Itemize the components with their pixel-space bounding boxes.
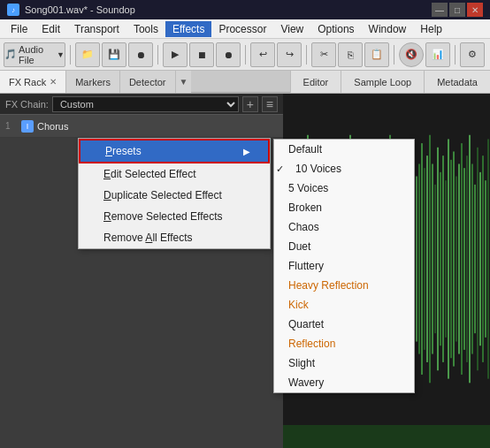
save-button[interactable]: 💾	[102, 42, 126, 67]
ctx-edit-selected[interactable]: Edit Selected Effect	[79, 163, 270, 185]
svg-rect-71	[469, 135, 471, 383]
paste-button[interactable]: 📋	[364, 42, 389, 67]
svg-rect-77	[485, 180, 486, 338]
minimize-button[interactable]: —	[432, 3, 448, 17]
menu-transport[interactable]: Transport	[67, 21, 126, 37]
submenu-item-label: Wavery	[288, 376, 324, 389]
submenu-chaos[interactable]: Chaos	[274, 217, 414, 237]
tab-editor[interactable]: Editor	[290, 71, 341, 93]
ctx-presets-label: Presets	[105, 145, 142, 157]
ctx-duplicate-label: Duplicate Selected Effect	[103, 189, 222, 201]
settings-button[interactable]: ⚙	[460, 42, 485, 67]
submenu-broken[interactable]: Broken	[274, 198, 414, 217]
svg-rect-65	[453, 151, 455, 366]
menu-help[interactable]: Help	[413, 21, 449, 37]
record-button[interactable]: ⏺	[216, 42, 241, 67]
menu-edit[interactable]: Edit	[34, 21, 67, 37]
svg-rect-52	[418, 163, 420, 353]
redo-button[interactable]: ↪	[277, 42, 302, 67]
menu-effects[interactable]: Effects	[165, 21, 211, 37]
spectrum-button[interactable]: 📊	[425, 42, 450, 67]
ctx-edit-label: Edit Selected Effect	[103, 168, 196, 180]
fx-chain-add-button[interactable]: +	[242, 96, 258, 112]
submenu-default[interactable]: Default	[274, 140, 414, 159]
svg-rect-60	[440, 172, 441, 345]
svg-rect-54	[424, 168, 425, 350]
fx-chain-menu-button[interactable]: ≡	[262, 96, 278, 112]
menu-processor[interactable]: Processor	[211, 21, 273, 37]
copy-button[interactable]: ⎘	[338, 42, 363, 67]
submenu-slight[interactable]: Slight	[274, 353, 414, 373]
submenu-10voices[interactable]: 10 Voices	[274, 159, 414, 178]
undo-button[interactable]: ↩	[250, 42, 275, 67]
tab-metadata[interactable]: Metadata	[424, 71, 490, 93]
window-controls[interactable]: — □ ✕	[432, 3, 483, 17]
submenu-item-label: Reflection	[288, 338, 335, 350]
submenu-item-label: 10 Voices	[295, 163, 341, 175]
ctx-remove-all-label: Remove All Effects	[103, 232, 193, 244]
submenu-item-label: Heavy Reflection	[288, 279, 369, 292]
svg-rect-72	[471, 163, 473, 353]
menu-tools[interactable]: Tools	[126, 21, 165, 37]
submenu-5voices[interactable]: 5 Voices	[274, 178, 414, 198]
submenu-kick[interactable]: Kick	[274, 295, 414, 315]
svg-rect-73	[474, 185, 476, 333]
svg-rect-59	[437, 148, 439, 370]
mute-button[interactable]: 🔇	[399, 42, 424, 67]
effect-number: 1	[5, 121, 18, 131]
left-panel: FX Chain: Custom + ≡ 1 I Chorus Presets …	[0, 94, 283, 448]
stop-button[interactable]: ⏹	[189, 42, 214, 67]
left-tabs: FX Rack ✕ Markers Detector ▼	[0, 71, 191, 93]
fx-chain-select[interactable]: Custom	[52, 96, 239, 112]
effect-toggle[interactable]: I	[21, 120, 34, 133]
menu-window[interactable]: Window	[362, 21, 414, 37]
svg-rect-64	[450, 160, 452, 358]
toolbar-separator-2	[157, 45, 158, 65]
ctx-duplicate[interactable]: Duplicate Selected Effect	[79, 185, 270, 206]
svg-rect-63	[448, 139, 449, 378]
submenu-item-label: Duet	[288, 240, 310, 253]
tab-dropdown[interactable]: ▼	[176, 71, 192, 93]
submenu-duet[interactable]: Duet	[274, 237, 414, 256]
toolbar-separator-6	[455, 45, 456, 65]
tab-fx-rack[interactable]: FX Rack ✕	[0, 71, 66, 93]
ctx-remove-selected[interactable]: Remove Selected Effects	[79, 206, 270, 227]
tab-sample-loop[interactable]: Sample Loop	[341, 71, 424, 93]
open-button[interactable]: 📁	[75, 42, 100, 67]
svg-rect-75	[479, 172, 481, 345]
submenu-item-label: Broken	[288, 201, 322, 214]
submenu-quartet[interactable]: Quartet	[274, 315, 414, 334]
submenu-item-label: Chaos	[288, 221, 319, 233]
submenu: Default 10 Voices 5 Voices Broken Chaos	[273, 139, 415, 393]
burn-button[interactable]: ⏺	[128, 42, 153, 67]
ctx-presets[interactable]: Presets ▶ Default 10 Voices 5 Voices Bro…	[79, 139, 270, 163]
submenu-heavy-reflection[interactable]: Heavy Reflection	[274, 276, 414, 295]
ctx-remove-all[interactable]: Remove All Effects	[79, 227, 270, 248]
close-button[interactable]: ✕	[467, 3, 483, 17]
submenu-fluttery[interactable]: Fluttery	[274, 256, 414, 276]
menu-file[interactable]: File	[4, 21, 34, 37]
cut-button[interactable]: ✂	[311, 42, 336, 67]
main-area: FX Chain: Custom + ≡ 1 I Chorus Presets …	[0, 94, 490, 448]
toolbar-separator-4	[306, 45, 307, 65]
fx-chain-bar: FX Chain: Custom + ≡	[0, 94, 283, 115]
play-button[interactable]: ▶	[163, 42, 188, 67]
submenu-wavery[interactable]: Wavery	[274, 373, 414, 392]
toolbar-separator-1	[70, 45, 71, 65]
menu-options[interactable]: Options	[310, 21, 361, 37]
close-icon[interactable]: ✕	[50, 77, 57, 87]
tab-markers[interactable]: Markers	[66, 71, 120, 93]
submenu-item-label: Default	[288, 143, 322, 156]
svg-rect-68	[461, 143, 463, 375]
submenu-reflection[interactable]: Reflection	[274, 334, 414, 353]
audio-file-button[interactable]: 🎵Audio File▼	[4, 42, 65, 67]
svg-rect-70	[466, 156, 468, 362]
submenu-item-label: Quartet	[288, 318, 324, 330]
submenu-arrow-icon: ▶	[243, 147, 250, 156]
submenu-item-label: Kick	[288, 299, 309, 311]
svg-rect-56	[429, 135, 431, 383]
menu-view[interactable]: View	[273, 21, 310, 37]
maximize-button[interactable]: □	[449, 3, 465, 17]
ctx-remove-selected-label: Remove Selected Effects	[103, 210, 223, 223]
tab-detector[interactable]: Detector	[120, 71, 176, 93]
